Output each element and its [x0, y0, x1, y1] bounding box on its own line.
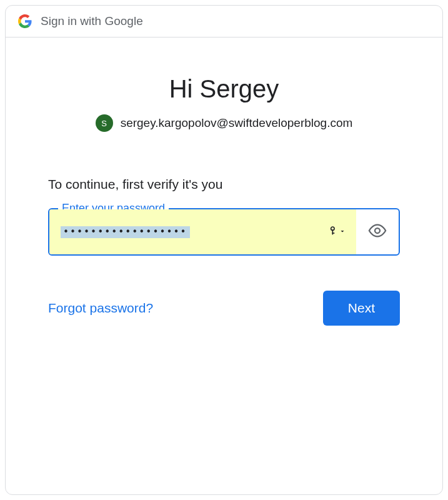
- next-button[interactable]: Next: [323, 291, 400, 326]
- show-password-button[interactable]: [356, 209, 399, 254]
- svg-rect-1: [332, 229, 334, 234]
- password-masked-value: ••••••••••••••••••: [61, 226, 190, 238]
- header-title: Sign in with Google: [41, 14, 143, 28]
- password-input[interactable]: ••••••••••••••••••: [49, 209, 356, 254]
- password-field-wrapper: Enter your password ••••••••••••••••••: [48, 208, 400, 256]
- key-icon: [330, 226, 338, 238]
- avatar: S: [96, 114, 113, 132]
- actions-row: Forgot password? Next: [48, 291, 400, 326]
- password-suggestion-dropdown[interactable]: [330, 226, 346, 238]
- chevron-down-icon: [339, 226, 346, 238]
- google-logo-icon: [18, 14, 32, 28]
- account-chip[interactable]: S sergey.kargopolov@swiftdeveloperblog.c…: [48, 114, 400, 132]
- svg-rect-2: [332, 232, 335, 234]
- content: Hi Sergey S sergey.kargopolov@swiftdevel…: [6, 38, 442, 351]
- signin-card: Sign in with Google Hi Sergey S sergey.k…: [5, 5, 443, 495]
- svg-point-3: [375, 228, 380, 233]
- account-email: sergey.kargopolov@swiftdeveloperblog.com: [121, 116, 353, 130]
- eye-icon: [368, 221, 387, 242]
- forgot-password-link[interactable]: Forgot password?: [48, 301, 153, 316]
- greeting-heading: Hi Sergey: [48, 75, 400, 103]
- header: Sign in with Google: [6, 6, 442, 38]
- instruction-text: To continue, first verify it's you: [48, 177, 400, 192]
